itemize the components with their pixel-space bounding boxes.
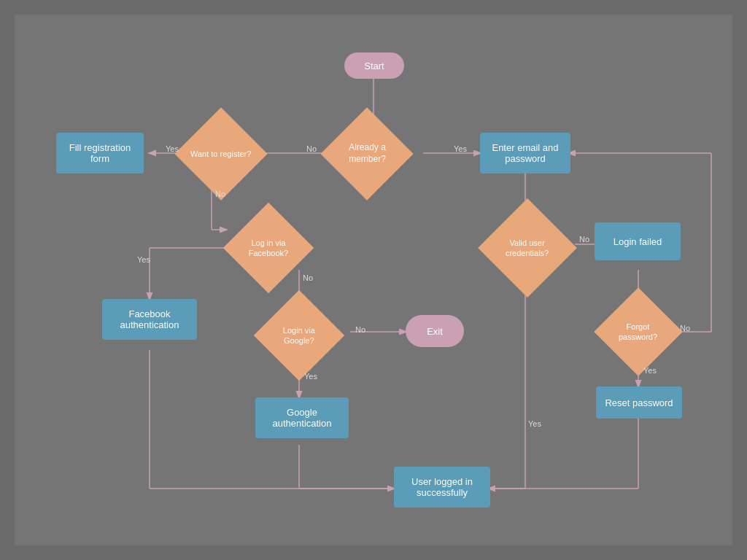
label-yes-forgot: Yes — [643, 366, 657, 375]
already-member-diamond: Already amember? — [320, 128, 414, 180]
label-yes-already: Yes — [454, 144, 467, 153]
connectors — [15, 15, 732, 545]
exit-node: Exit — [406, 315, 464, 347]
flowchart-canvas: Start Already amember? Want to register?… — [15, 15, 732, 545]
google-auth-node: Googleauthentication — [255, 397, 349, 438]
fill-registration-node: Fill registrationform — [56, 133, 144, 174]
start-node: Start — [344, 52, 404, 79]
label-yes-google: Yes — [304, 372, 317, 381]
user-logged-in-node: User logged insuccessfully — [394, 467, 490, 508]
want-register-diamond: Want to register? — [174, 128, 268, 180]
forgot-password-diamond: Forgotpassword? — [598, 299, 678, 365]
login-facebook-diamond: Log in viaFacebook? — [225, 215, 312, 281]
enter-email-node: Enter email andpassword — [480, 133, 570, 174]
label-no-forgot: No — [680, 324, 690, 332]
label-yes-credentials: Yes — [528, 419, 541, 428]
reset-password-node: Reset password — [596, 386, 682, 419]
login-failed-node: Login failed — [595, 222, 681, 260]
valid-credentials-diamond: Valid usercredentials? — [480, 211, 575, 284]
label-no-register: No — [215, 190, 225, 198]
label-no-already: No — [306, 144, 317, 153]
label-no-google: No — [355, 325, 365, 334]
label-no-credentials: No — [579, 235, 589, 244]
label-no-facebook: No — [303, 273, 313, 282]
login-google-diamond: Login viaGoogle? — [255, 303, 343, 368]
facebook-auth-node: Facebookauthentication — [102, 299, 197, 340]
label-yes-register: Yes — [166, 144, 179, 153]
label-yes-facebook: Yes — [137, 255, 150, 264]
